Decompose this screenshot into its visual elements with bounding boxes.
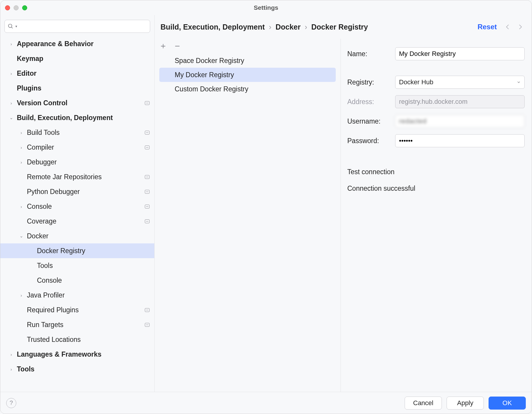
- project-scope-icon: [145, 145, 150, 149]
- project-scope-icon: [145, 308, 150, 312]
- chevron-right-icon: ›: [19, 130, 24, 135]
- address-input: [395, 95, 525, 108]
- apply-button[interactable]: Apply: [447, 397, 484, 410]
- registry-select[interactable]: Docker Hub: [395, 76, 525, 89]
- registry-item-space-docker-registry[interactable]: Space Docker Registry: [159, 54, 336, 68]
- sidebar-item-build-tools[interactable]: ›Build Tools: [0, 125, 154, 140]
- project-scope-icon: [145, 323, 150, 327]
- sidebar-item-console[interactable]: ·Console: [0, 273, 154, 288]
- svg-line-1: [12, 27, 13, 28]
- sidebar-item-python-debugger[interactable]: ·Python Debugger: [0, 184, 154, 199]
- sidebar-item-keymap[interactable]: ·Keymap: [0, 51, 154, 66]
- sidebar-item-label: Trusted Locations: [27, 336, 81, 344]
- sidebar-item-coverage[interactable]: ·Coverage: [0, 214, 154, 229]
- chevron-right-icon: ›: [9, 367, 14, 372]
- breadcrumb-item[interactable]: Docker: [275, 23, 301, 31]
- maximize-window-button[interactable]: [22, 5, 27, 10]
- chevron-right-icon: ›: [19, 293, 24, 298]
- sidebar-item-version-control[interactable]: ›Version Control: [0, 96, 154, 110]
- sidebar-item-plugins[interactable]: ·Plugins: [0, 81, 154, 96]
- registry-item-my-docker-registry[interactable]: My Docker Registry: [159, 68, 336, 82]
- ok-button[interactable]: OK: [489, 397, 526, 410]
- nav-arrows: [497, 24, 523, 30]
- search-icon: [8, 23, 14, 29]
- sidebar-item-editor[interactable]: ›Editor: [0, 66, 154, 81]
- sidebar-item-tools[interactable]: ·Tools: [0, 258, 154, 273]
- reset-button[interactable]: Reset: [478, 23, 497, 31]
- sidebar-item-required-plugins[interactable]: ·Required Plugins: [0, 303, 154, 317]
- minimize-window-button[interactable]: [14, 5, 19, 10]
- registry-label: Registry:: [347, 78, 389, 86]
- titlebar: Settings: [0, 0, 532, 15]
- sidebar-item-docker-registry[interactable]: ·Docker Registry: [0, 243, 154, 258]
- password-input[interactable]: [395, 134, 525, 147]
- sidebar-item-remote-jar-repositories[interactable]: ·Remote Jar Repositories: [0, 169, 154, 184]
- sidebar-item-label: Debugger: [27, 158, 57, 166]
- sidebar-item-label: Keymap: [17, 55, 43, 63]
- chevron-right-icon: ›: [9, 101, 14, 106]
- address-label: Address:: [347, 98, 389, 106]
- sidebar-item-tools[interactable]: ›Tools: [0, 362, 154, 376]
- sidebar-item-label: Build, Execution, Deployment: [17, 114, 113, 122]
- cancel-button[interactable]: Cancel: [405, 397, 442, 410]
- chevron-right-icon: ›: [9, 71, 14, 76]
- project-scope-icon: [145, 175, 150, 179]
- chevron-right-icon: ›: [19, 160, 24, 165]
- chevron-down-icon: [517, 80, 521, 84]
- window-title: Settings: [0, 4, 532, 11]
- sidebar-item-debugger[interactable]: ›Debugger: [0, 155, 154, 169]
- name-input[interactable]: [395, 47, 525, 60]
- sidebar-item-label: Coverage: [27, 217, 56, 225]
- add-registry-button[interactable]: [160, 43, 166, 49]
- chevron-down-icon: ⌄: [9, 115, 14, 120]
- sidebar-item-languages-frameworks[interactable]: ›Languages & Frameworks: [0, 347, 154, 362]
- connection-status: Connection successful: [347, 185, 415, 193]
- registry-select-value: Docker Hub: [399, 78, 433, 86]
- sidebar-item-label: Tools: [37, 262, 53, 270]
- project-scope-icon: [145, 190, 150, 194]
- back-icon[interactable]: [505, 24, 511, 30]
- breadcrumb-item[interactable]: Build, Execution, Deployment: [160, 23, 265, 31]
- breadcrumb-sep: ›: [269, 23, 271, 31]
- search-input[interactable]: [19, 23, 147, 30]
- test-connection-link[interactable]: Test connection: [347, 168, 395, 176]
- project-scope-icon: [145, 131, 150, 135]
- sidebar-item-console[interactable]: ›Console: [0, 199, 154, 214]
- forward-icon[interactable]: [517, 24, 523, 30]
- sidebar-item-java-profiler[interactable]: ›Java Profiler: [0, 288, 154, 303]
- chevron-down-icon: ⌄: [19, 233, 24, 239]
- registry-item-custom-docker-registry[interactable]: Custom Docker Registry: [159, 82, 336, 96]
- settings-search[interactable]: ▾: [4, 20, 150, 33]
- sidebar-item-compiler[interactable]: ›Compiler: [0, 140, 154, 155]
- sidebar-item-label: Tools: [17, 365, 35, 373]
- sidebar-item-label: Console: [37, 276, 62, 284]
- sidebar-item-label: Remote Jar Repositories: [27, 173, 102, 181]
- sidebar-item-label: Docker Registry: [37, 247, 85, 255]
- help-button[interactable]: ?: [6, 398, 16, 408]
- chevron-right-icon: ›: [9, 41, 14, 46]
- project-scope-icon: [145, 205, 150, 208]
- sidebar-item-appearance-behavior[interactable]: ›Appearance & Behavior: [0, 36, 154, 51]
- sidebar-item-label: Python Debugger: [27, 188, 80, 196]
- registry-form: Name: Registry: Docker Hub Ad: [341, 39, 532, 392]
- close-window-button[interactable]: [5, 5, 10, 10]
- sidebar-item-run-targets[interactable]: ·Run Targets: [0, 317, 154, 332]
- sidebar-item-docker[interactable]: ⌄Docker: [0, 229, 154, 243]
- chevron-right-icon: ›: [19, 145, 24, 150]
- search-dropdown-caret[interactable]: ▾: [15, 24, 17, 28]
- settings-detail: Build, Execution, Deployment › Docker › …: [155, 15, 532, 392]
- sidebar-item-trusted-locations[interactable]: ·Trusted Locations: [0, 332, 154, 347]
- remove-registry-button[interactable]: [174, 43, 181, 49]
- sidebar-item-label: Languages & Frameworks: [17, 350, 101, 358]
- username-input[interactable]: [395, 115, 525, 128]
- breadcrumb-item[interactable]: Docker Registry: [311, 23, 368, 31]
- sidebar-item-label: Appearance & Behavior: [17, 40, 93, 48]
- name-label: Name:: [347, 50, 389, 58]
- project-scope-icon: [145, 101, 150, 105]
- settings-sidebar: ▾ ›Appearance & Behavior·Keymap›Editor·P…: [0, 15, 155, 392]
- sidebar-item-label: Version Control: [17, 99, 67, 107]
- sidebar-item-label: Docker: [27, 232, 48, 240]
- dialog-footer: ? Cancel Apply OK: [0, 392, 532, 414]
- sidebar-item-build-execution-deployment[interactable]: ⌄Build, Execution, Deployment: [0, 110, 154, 125]
- sidebar-item-label: Build Tools: [27, 129, 60, 137]
